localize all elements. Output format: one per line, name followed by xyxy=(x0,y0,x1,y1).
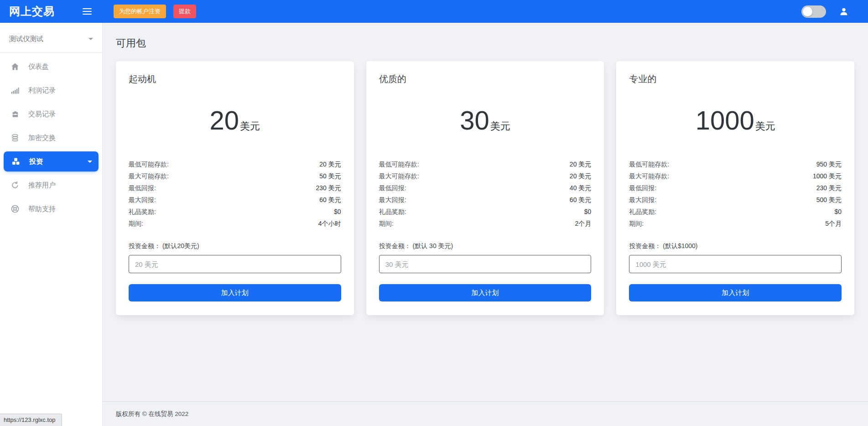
detail-label: 最大可能存款: xyxy=(379,170,419,182)
detail-row: 最低可能存款: 950 美元 xyxy=(629,158,842,170)
join-plan-button[interactable]: 加入计划 xyxy=(379,284,592,301)
main-area: 可用包 起动机 20 美元 最低可能存款: 20 美元 最大可能存款: 50 美… xyxy=(103,23,868,426)
hamburger-menu-button[interactable] xyxy=(80,4,94,19)
detail-value: $0 xyxy=(834,206,842,218)
coins-icon xyxy=(10,133,20,142)
package-name: 起动机 xyxy=(129,73,341,85)
toggle-knob xyxy=(803,7,812,16)
recycle-icon xyxy=(10,181,20,190)
detail-row: 最大回报: 500 美元 xyxy=(629,194,842,206)
detail-row: 礼品奖励: $0 xyxy=(129,206,341,218)
investment-amount-input[interactable] xyxy=(129,255,341,273)
detail-value: 1000 美元 xyxy=(813,170,842,182)
sidebar-item-profit-records[interactable]: 利润记录 xyxy=(0,78,102,102)
detail-label: 最低回报: xyxy=(129,182,156,194)
detail-row: 最低可能存款: 20 美元 xyxy=(129,158,341,170)
price-currency: 美元 xyxy=(755,119,775,133)
package-card-starter: 起动机 20 美元 最低可能存款: 20 美元 最大可能存款: 50 美元 xyxy=(116,61,354,315)
investment-amount-input[interactable] xyxy=(629,255,842,273)
package-price: 20 美元 xyxy=(129,107,341,134)
detail-label: 最大可能存款: xyxy=(629,170,669,182)
sidebar-item-help-support[interactable]: 帮助支持 xyxy=(0,197,102,221)
detail-value: 5个月 xyxy=(825,218,842,229)
detail-value: 60 美元 xyxy=(570,194,591,206)
detail-row: 最低回报: 230 美元 xyxy=(629,182,842,194)
user-profile-icon[interactable] xyxy=(839,6,849,16)
detail-value: 2个月 xyxy=(575,218,592,229)
price-currency: 美元 xyxy=(490,119,510,133)
bar-chart-icon xyxy=(10,86,20,95)
price-amount: 20 xyxy=(210,107,239,134)
detail-value: 50 美元 xyxy=(319,170,341,182)
detail-value: 60 美元 xyxy=(319,194,341,206)
sidebar-item-label: 帮助支持 xyxy=(28,205,56,213)
package-card-professional: 专业的 1000 美元 最低可能存款: 950 美元 最大可能存款: 1000 … xyxy=(616,61,854,315)
price-amount: 1000 xyxy=(696,107,754,134)
detail-label: 礼品奖励: xyxy=(129,206,156,218)
sidebar-item-investment[interactable]: 投资 xyxy=(4,151,99,171)
top-navbar: 网上交易 为您的帐户注资 提款 xyxy=(0,0,868,23)
detail-value: $0 xyxy=(584,206,592,218)
detail-label: 期间: xyxy=(379,218,394,229)
detail-value: 20 美元 xyxy=(319,158,341,170)
detail-label: 礼品奖励: xyxy=(629,206,656,218)
sidebar-item-crypto-exchange[interactable]: 加密交换 xyxy=(0,126,102,150)
detail-row: 礼品奖励: $0 xyxy=(379,206,592,218)
sidebar-item-label: 仪表盘 xyxy=(28,62,49,71)
detail-row: 最大回报: 60 美元 xyxy=(129,194,341,206)
sidebar-item-label: 加密交换 xyxy=(28,134,56,142)
detail-label: 最大回报: xyxy=(379,194,406,206)
package-name: 专业的 xyxy=(629,73,842,85)
sidebar-item-trade-records[interactable]: 交易记录 xyxy=(0,102,102,126)
briefcase-icon xyxy=(10,109,20,119)
detail-value: 230 美元 xyxy=(816,182,842,194)
detail-label: 最低回报: xyxy=(379,182,406,194)
package-cards: 起动机 20 美元 最低可能存款: 20 美元 最大可能存款: 50 美元 xyxy=(116,61,854,315)
detail-value: $0 xyxy=(334,206,341,218)
hamburger-icon xyxy=(83,8,92,9)
detail-label: 最低可能存款: xyxy=(129,158,169,170)
account-selector-dropdown[interactable]: 测试仪测试 xyxy=(0,23,102,52)
browser-status-url: https://123.rglxc.top xyxy=(0,414,62,426)
package-card-premium: 优质的 30 美元 最低可能存款: 20 美元 最大可能存款: 20 美元 xyxy=(366,61,604,315)
app-logo[interactable]: 网上交易 xyxy=(9,4,55,19)
investment-amount-label: 投资金额： (默认$1000) xyxy=(629,242,842,250)
detail-value: 20 美元 xyxy=(570,158,591,170)
join-plan-button[interactable]: 加入计划 xyxy=(129,284,341,301)
investment-amount-input[interactable] xyxy=(379,255,592,273)
detail-row: 最低可能存款: 20 美元 xyxy=(379,158,592,170)
detail-label: 期间: xyxy=(629,218,644,229)
detail-value: 20 美元 xyxy=(570,170,591,182)
theme-toggle-switch[interactable] xyxy=(801,5,826,18)
sidebar-item-referral-users[interactable]: 推荐用户 xyxy=(0,173,102,197)
detail-label: 最大回报: xyxy=(129,194,156,206)
detail-label: 最大回报: xyxy=(629,194,656,206)
package-details: 最低可能存款: 20 美元 最大可能存款: 50 美元 最低回报: 230 美元… xyxy=(129,158,341,229)
chevron-down-icon xyxy=(88,38,93,40)
chevron-down-icon xyxy=(88,161,92,163)
sidebar-menu: 仪表盘 利润记录 交易记录 xyxy=(0,53,102,221)
copyright-text: 版权所有 © 在线贸易 2022 xyxy=(116,410,188,418)
sidebar: 测试仪测试 仪表盘 利润记录 xyxy=(0,23,103,426)
detail-row: 期间: 4个小时 xyxy=(129,218,341,229)
sidebar-item-label: 推荐用户 xyxy=(28,181,56,190)
detail-row: 礼品奖励: $0 xyxy=(629,206,842,218)
package-name: 优质的 xyxy=(379,73,592,85)
join-plan-button[interactable]: 加入计划 xyxy=(629,284,842,301)
fund-account-button[interactable]: 为您的帐户注资 xyxy=(114,5,166,18)
account-selector-label: 测试仪测试 xyxy=(9,35,43,43)
package-price: 1000 美元 xyxy=(629,107,842,134)
cubes-icon xyxy=(11,157,21,166)
detail-value: 500 美元 xyxy=(816,194,842,206)
detail-label: 期间: xyxy=(129,218,143,229)
detail-row: 最大可能存款: 20 美元 xyxy=(379,170,592,182)
package-details: 最低可能存款: 950 美元 最大可能存款: 1000 美元 最低回报: 230… xyxy=(629,158,842,229)
detail-value: 230 美元 xyxy=(316,182,341,194)
detail-value: 4个小时 xyxy=(318,218,341,229)
detail-row: 最低回报: 230 美元 xyxy=(129,182,341,194)
life-ring-icon xyxy=(10,204,20,213)
withdraw-button[interactable]: 提款 xyxy=(173,5,196,18)
detail-label: 最低可能存款: xyxy=(379,158,419,170)
sidebar-item-dashboard[interactable]: 仪表盘 xyxy=(0,55,102,78)
sidebar-item-label: 投资 xyxy=(29,157,43,166)
